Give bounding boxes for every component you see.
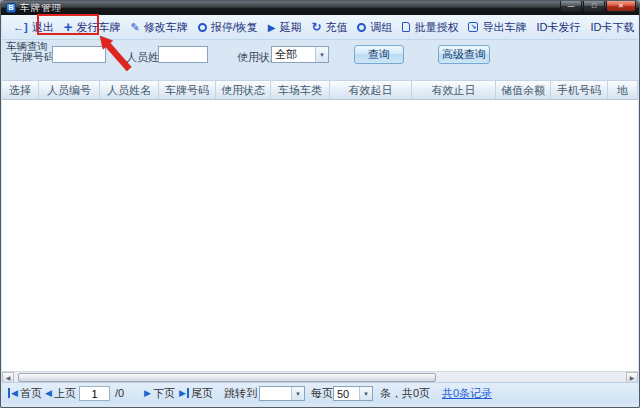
toolbar-modify-plate-button[interactable]: ✎ 修改车牌 bbox=[125, 18, 192, 37]
col-header-valid-start[interactable]: 有效起日 bbox=[330, 81, 412, 99]
toolbar-modify-plate-label: 修改车牌 bbox=[144, 20, 188, 35]
pagination-bar: ◀ 首页 ◀ 上页 /0 ▶ 下页 ▶ 尾页 跳转到 ▼ 每页 50 ▼ 条，共… bbox=[2, 382, 638, 403]
plus-icon: + bbox=[64, 21, 73, 33]
total-records-link[interactable]: 共0条记录 bbox=[442, 386, 492, 401]
usage-status-select[interactable]: 全部 ▼ bbox=[271, 46, 329, 63]
col-header-address-truncated[interactable]: 地 bbox=[608, 81, 638, 99]
horizontal-scrollbar[interactable]: ◀ ▶ bbox=[2, 371, 638, 382]
col-header-plate-number[interactable]: 车牌号码 bbox=[159, 81, 216, 99]
toolbar-extend-button[interactable]: ▶ 延期 bbox=[263, 18, 307, 37]
plate-number-label: 车牌号码 bbox=[11, 50, 55, 65]
app-window: B 车牌管理 — □ ✕ ←] 退出 + 发行车牌 ✎ 修改车牌 报停/恢复 ▶… bbox=[0, 0, 640, 408]
jump-to-select[interactable]: ▼ bbox=[259, 386, 305, 401]
toolbar: ←] 退出 + 发行车牌 ✎ 修改车牌 报停/恢复 ▶ 延期 ↻ 充值 调组 bbox=[2, 15, 638, 40]
toolbar-extend-label: 延期 bbox=[279, 20, 301, 35]
person-name-input[interactable] bbox=[158, 46, 208, 63]
recharge-icon: ↻ bbox=[311, 20, 321, 34]
toolbar-exit-label: 退出 bbox=[32, 20, 54, 35]
batch-auth-icon bbox=[402, 22, 410, 32]
edit-icon: ✎ bbox=[130, 21, 139, 34]
toolbar-recharge-button[interactable]: ↻ 充值 bbox=[306, 18, 352, 37]
toolbar-id-card-download-button[interactable]: ID卡下载 bbox=[585, 18, 639, 37]
first-page-icon: ◀ bbox=[8, 388, 18, 398]
next-page-label: 下页 bbox=[153, 386, 175, 401]
prev-page-button[interactable]: ◀ 上页 bbox=[45, 386, 76, 401]
page-number-input[interactable] bbox=[79, 386, 110, 401]
toolbar-export-plate-label: 导出车牌 bbox=[482, 20, 526, 35]
per-page-label: 每页 bbox=[311, 386, 333, 401]
col-header-person-name[interactable]: 人员姓名 bbox=[100, 81, 159, 99]
toolbar-adjust-group-button[interactable]: 调组 bbox=[352, 18, 397, 37]
toolbar-suspend-restore-label: 报停/恢复 bbox=[211, 20, 258, 35]
first-page-label: 首页 bbox=[20, 386, 42, 401]
last-page-icon: ▶ bbox=[179, 388, 189, 398]
toolbar-batch-auth-button[interactable]: 批量授权 bbox=[397, 18, 463, 37]
toolbar-adjust-group-label: 调组 bbox=[370, 20, 392, 35]
page-summary-text: 条，共0页 bbox=[380, 386, 430, 401]
play-icon: ▶ bbox=[268, 22, 276, 33]
app-icon: B bbox=[6, 3, 16, 13]
toolbar-recharge-label: 充值 bbox=[325, 20, 347, 35]
col-header-mobile-number[interactable]: 手机号码 bbox=[551, 81, 608, 99]
chevron-down-icon: ▼ bbox=[359, 387, 372, 400]
scroll-left-icon[interactable]: ◀ bbox=[2, 372, 14, 383]
toolbar-suspend-restore-button[interactable]: 报停/恢复 bbox=[193, 18, 263, 37]
query-button[interactable]: 查询 bbox=[354, 45, 404, 64]
col-header-usage-status[interactable]: 使用状态 bbox=[216, 81, 271, 99]
toolbar-exit-button[interactable]: ←] 退出 bbox=[8, 18, 59, 37]
page-total-text: /0 bbox=[115, 387, 124, 399]
prev-page-label: 上页 bbox=[54, 386, 76, 401]
advanced-query-button[interactable]: 高级查询 bbox=[438, 45, 490, 64]
minimize-button[interactable]: — bbox=[560, 1, 582, 12]
plate-number-input[interactable] bbox=[52, 46, 106, 63]
exit-icon: ←] bbox=[13, 21, 28, 33]
export-icon: ↘ bbox=[468, 22, 478, 32]
group-icon bbox=[357, 23, 366, 32]
toolbar-export-plate-button[interactable]: ↘ 导出车牌 bbox=[463, 18, 531, 37]
toolbar-issue-plate-button[interactable]: + 发行车牌 bbox=[59, 18, 126, 37]
window-title: 车牌管理 bbox=[20, 2, 62, 15]
prev-page-icon: ◀ bbox=[45, 388, 52, 398]
toolbar-id-card-issue-button[interactable]: ID卡发行 bbox=[531, 18, 585, 37]
next-page-button[interactable]: ▶ 下页 bbox=[144, 386, 175, 401]
next-page-icon: ▶ bbox=[144, 388, 151, 398]
scrollbar-thumb[interactable] bbox=[18, 373, 436, 382]
maximize-button[interactable]: □ bbox=[583, 1, 605, 12]
close-button[interactable]: ✕ bbox=[606, 1, 636, 12]
usage-status-value: 全部 bbox=[272, 47, 315, 62]
col-header-person-id[interactable]: 人员编号 bbox=[39, 81, 100, 99]
per-page-select[interactable]: 50 ▼ bbox=[333, 386, 373, 401]
toolbar-issue-plate-label: 发行车牌 bbox=[76, 20, 120, 35]
per-page-value: 50 bbox=[334, 388, 359, 400]
pause-restore-icon bbox=[198, 23, 207, 32]
col-header-stored-balance[interactable]: 储值余额 bbox=[496, 81, 551, 99]
toolbar-batch-auth-label: 批量授权 bbox=[414, 20, 458, 35]
jump-to-label: 跳转到 bbox=[224, 386, 257, 401]
last-page-label: 尾页 bbox=[191, 386, 213, 401]
col-header-lot-vehicle-type[interactable]: 车场车类 bbox=[271, 81, 330, 99]
first-page-button[interactable]: ◀ 首页 bbox=[8, 386, 42, 401]
scroll-right-icon[interactable]: ▶ bbox=[626, 372, 638, 383]
chevron-down-icon: ▼ bbox=[315, 47, 328, 62]
title-bar: B 车牌管理 — □ ✕ bbox=[1, 1, 639, 15]
table-header-row: 选择 人员编号 人员姓名 车牌号码 使用状态 车场车类 有效起日 有效止日 储值… bbox=[2, 80, 638, 100]
toolbar-id-card-download-label: ID卡下载 bbox=[590, 20, 634, 35]
toolbar-id-card-issue-label: ID卡发行 bbox=[536, 20, 580, 35]
last-page-button[interactable]: ▶ 尾页 bbox=[179, 386, 213, 401]
chevron-down-icon: ▼ bbox=[291, 387, 304, 400]
table-body[interactable] bbox=[2, 100, 638, 371]
col-header-select[interactable]: 选择 bbox=[2, 81, 39, 99]
col-header-valid-end[interactable]: 有效止日 bbox=[412, 81, 496, 99]
